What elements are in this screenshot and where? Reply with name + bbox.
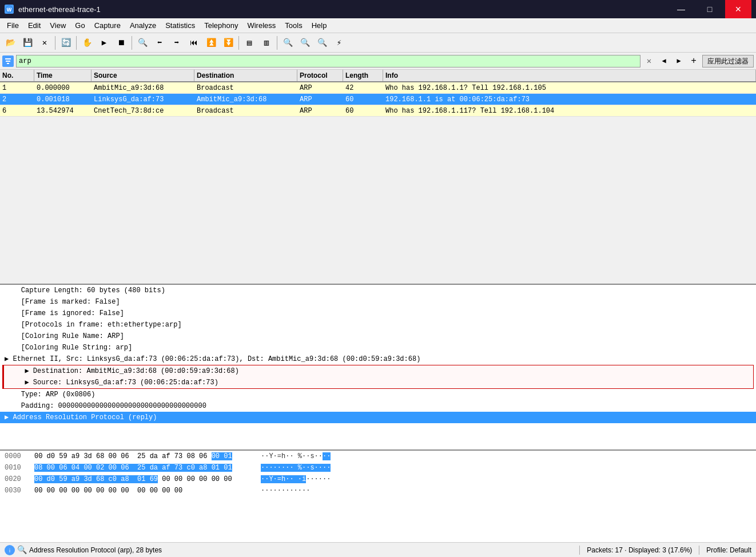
hex-offset: 0020 [5,474,25,484]
detail-field: [Frame is ignored: False] [0,308,756,319]
window-controls: — □ ✕ [668,0,751,18]
menu-item-file[interactable]: File [2,19,23,32]
hex-offset: 0030 [5,486,25,496]
window-title: ethernet-ethereal-trace-1 [18,5,663,14]
packet-row[interactable]: 613.542974CnetTech_73:8d:ceBroadcastARP6… [0,105,756,117]
svg-text:W: W [7,7,12,13]
toolbar-separator [55,36,55,50]
hex-row: 002000 d0 59 a9 3d 68 c0 a8 01 69 00 00 … [0,474,756,485]
detail-highlighted-field: ▶ Destination: AmbitMic_a9:3d:68 (00:d0:… [3,365,753,377]
detail-pane: Capture Length: 60 bytes (480 bits) [Fra… [0,285,756,451]
resize-columns-button[interactable]: ⚡ [331,35,347,51]
zoom-out-button[interactable]: 🔍 [297,35,313,51]
hex-bytes: 00 00 00 00 00 00 00 00 00 00 00 00 [34,486,252,496]
packet-col-header-no[interactable]: No. [0,70,34,81]
detail-highlighted-field: ▶ Source: LinksysG_da:af:73 (00:06:25:da… [3,377,753,388]
menu-item-wireless[interactable]: Wireless [242,19,280,32]
menu-item-go[interactable]: Go [70,19,89,32]
menu-item-tools[interactable]: Tools [280,19,307,32]
status-separator-1 [579,546,580,555]
hex-ascii: ··Y·=h·· ·i······ [261,474,331,484]
hex-highlighted-ascii: ·· [323,452,331,460]
svg-rect-4 [7,63,9,64]
zoom-reset-button[interactable]: 🔍 [314,35,330,51]
hex-row: 003000 00 00 00 00 00 00 00 00 00 00 00·… [0,485,756,496]
titlebar: W ethernet-ethereal-trace-1 — □ ✕ [0,0,756,18]
app-icon: W [5,5,14,14]
hex-ascii: ··Y·=h·· %··s···· [261,451,331,461]
open-button[interactable]: 📂 [2,35,18,51]
auto-scroll-button[interactable]: ▥ [258,35,274,51]
go-forward-button[interactable]: ➡ [169,35,185,51]
detail-field: [Protocols in frame: eth:ethertype:arp] [0,319,756,331]
detail-selected-row[interactable]: ▶ Address Resolution Protocol (reply) [0,412,756,423]
packet-col-header-info[interactable]: Info [383,70,756,81]
packet-col-header-length[interactable]: Length [343,70,383,81]
filterbar: ✕ ◀ ▶ + 应用此过滤器 [0,53,756,70]
detail-field: [Coloring Rule String: arp] [0,342,756,353]
packet-row[interactable]: 20.001018LinksysG_da:af:73AmbitMic_a9:3d… [0,94,756,105]
menu-item-capture[interactable]: Capture [90,19,125,32]
menu-item-telephony[interactable]: Telephony [200,19,242,32]
close-button[interactable]: ✕ [725,0,751,18]
capture-options-button[interactable]: ✋ [79,35,95,51]
minimize-button[interactable]: — [668,0,694,18]
filter-add-button[interactable]: + [687,55,700,67]
close-capture-button[interactable]: ✕ [37,35,53,51]
next-packet-button[interactable]: ⏬ [220,35,236,51]
go-back-button[interactable]: ⬅ [152,35,168,51]
svg-rect-2 [5,58,11,59]
hex-ascii: ········ %··s···· [261,463,331,473]
reload-button[interactable]: 🔄 [58,35,74,51]
hex-highlighted-ascii: ··Y·=h·· ·i [261,475,306,483]
hex-pane: 000000 d0 59 a9 3d 68 00 06 25 da af 73 … [0,451,756,542]
hex-offset: 0000 [5,451,25,461]
maximize-button[interactable]: □ [697,0,723,18]
hex-bytes: 00 d0 59 a9 3d 68 c0 a8 01 69 00 00 00 0… [34,474,252,484]
packet-list: No.TimeSourceDestinationProtocolLengthIn… [0,70,756,285]
hex-highlighted-bytes: 00 d0 59 a9 3d 68 c0 a8 01 69 [34,475,158,483]
hex-row: 001008 00 06 04 00 02 00 06 25 da af 73 … [0,462,756,474]
colorize-button[interactable]: ▤ [241,35,257,51]
toolbar-separator [238,36,239,50]
prev-packet-button[interactable]: ⏫ [203,35,219,51]
packet-col-header-destination[interactable]: Destination [194,70,297,81]
menu-item-help[interactable]: Help [307,19,332,32]
menubar: FileEditViewGoCaptureAnalyzeStatisticsTe… [0,18,756,33]
filter-clear-button[interactable]: ✕ [643,55,655,67]
menu-item-analyze[interactable]: Analyze [125,19,161,32]
apply-filter-button[interactable]: 应用此过滤器 [702,55,754,67]
detail-field: [Frame is marked: False] [0,296,756,308]
status-profile-text: Profile: Default [706,546,751,554]
status-icon-2: 🔍 [17,545,27,555]
toolbar-separator [277,36,277,50]
menu-item-statistics[interactable]: Statistics [161,19,200,32]
menu-item-edit[interactable]: Edit [23,19,45,32]
filter-input[interactable] [16,55,640,67]
detail-field: Padding: 0000000000000000000000000000000… [0,400,756,412]
first-packet-button[interactable]: ⏮ [186,35,202,51]
stop-capture-button[interactable]: ⏹ [113,35,129,51]
detail-section-header[interactable]: ▶ Ethernet II, Src: LinksysG_da:af:73 (0… [0,353,756,365]
packet-col-header-source[interactable]: Source [91,70,194,81]
menu-item-view[interactable]: View [45,19,70,32]
hex-offset: 0010 [5,463,25,473]
filter-prev-button[interactable]: ◀ [658,55,670,67]
packet-row[interactable]: 10.000000AmbitMic_a9:3d:68BroadcastARP42… [0,82,756,94]
toolbar: 📂💾✕🔄✋▶⏹🔍⬅➡⏮⏫⏬▤▥🔍🔍🔍⚡ [0,33,756,53]
packet-rows[interactable]: 10.000000AmbitMic_a9:3d:68BroadcastARP42… [0,82,756,284]
start-capture-button[interactable]: ▶ [96,35,112,51]
hex-highlighted-bytes: 08 00 06 04 00 02 00 06 25 da af 73 c0 a… [34,464,232,472]
find-packet-button[interactable]: 🔍 [134,35,150,51]
filter-next-button[interactable]: ▶ [673,55,685,67]
hex-ascii: ············ [261,486,310,496]
detail-field: Type: ARP (0x0806) [0,389,756,400]
packet-col-header-protocol[interactable]: Protocol [297,70,343,81]
packet-col-header-time[interactable]: Time [34,70,91,81]
detail-field: Capture Length: 60 bytes (480 bits) [0,285,756,296]
status-separator-2 [699,546,699,555]
status-left-text: Address Resolution Protocol (arp), 28 by… [29,546,572,554]
hex-highlighted-ascii: ········ %··s···· [261,464,331,472]
zoom-in-button[interactable]: 🔍 [280,35,296,51]
save-button[interactable]: 💾 [19,35,35,51]
